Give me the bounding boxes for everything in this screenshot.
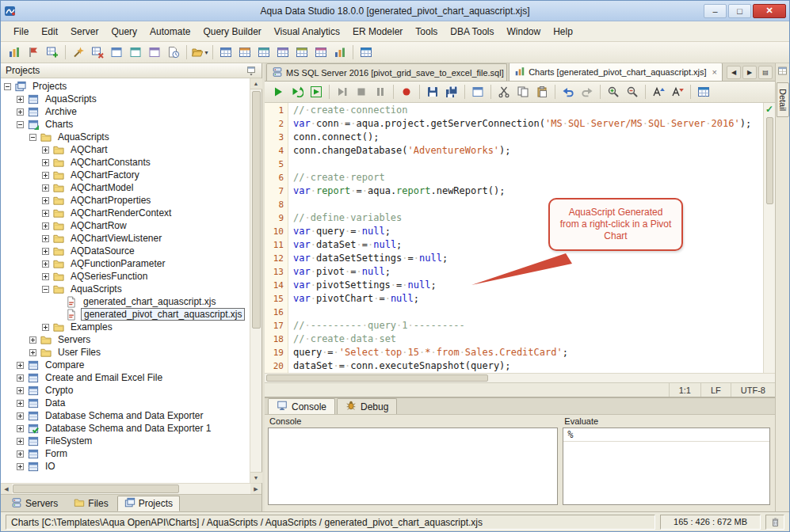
title-bar[interactable]: Aqua Data Studio 18.0.0 [generated_pivot… [1,1,789,21]
cut-icon[interactable] [494,83,513,101]
tree-item-user-files[interactable]: User Files [1,346,250,359]
menu-automate[interactable]: Automate [143,23,197,40]
pivot-grid-icon[interactable] [273,44,292,61]
chart-view-icon[interactable] [330,44,349,61]
tree-horizontal-scrollbar[interactable]: ◀ ▶ [1,483,261,494]
scroll-up-icon[interactable]: ▲ [250,78,262,89]
compare-files-icon[interactable] [694,83,713,101]
expand-toggle-icon[interactable] [42,184,49,192]
execute-script-icon[interactable] [288,83,307,101]
collapse-toggle-icon[interactable] [4,83,11,90]
tree-item-aqchartconstants[interactable]: AQChartConstants [1,156,250,169]
expand-toggle-icon[interactable] [17,108,24,116]
tree-item-aquascripts[interactable]: AquaScripts [1,131,250,143]
import-tool-icon[interactable] [126,44,145,61]
expand-toggle-icon[interactable] [42,172,49,179]
redo-icon[interactable] [578,83,597,101]
export-tool-icon[interactable] [145,44,164,61]
collapse-toggle-icon[interactable] [17,121,24,128]
expand-toggle-icon[interactable] [29,336,36,344]
tree-item-aqchartrow[interactable]: AQChartRow [1,219,250,232]
expand-toggle-icon[interactable] [42,324,49,331]
scroll-thumb[interactable] [252,91,261,329]
visual-analytics-icon[interactable] [357,44,376,61]
tree-item-aqfunctionparameter[interactable]: AQFunctionParameter [1,257,250,270]
tree-item-charts[interactable]: Charts [1,118,250,131]
query-window-icon[interactable] [107,44,126,61]
tree-item-examples[interactable]: Examples [1,321,250,333]
tree-item-aquascripts[interactable]: AquaScripts [1,283,250,295]
tree-item-aqchartrendercontext[interactable]: AQChartRenderContext [1,207,250,219]
collapse-toggle-icon[interactable] [42,286,49,293]
zoom-in-icon[interactable] [604,83,623,101]
float-panel-icon[interactable] [246,65,257,76]
close-window-icon[interactable] [88,44,107,61]
save-icon[interactable] [423,83,442,101]
expand-toggle-icon[interactable] [17,438,24,445]
expand-toggle-icon[interactable] [29,349,36,356]
tree-item-database-schema-and-data-exporter-1[interactable]: Database Schema and Data Exporter 1 [1,422,250,435]
close-button[interactable]: ✕ [753,4,786,18]
connect-server-icon[interactable] [24,44,43,61]
menu-er-modeler[interactable]: ER Modeler [346,23,409,40]
evaluate-prompt[interactable]: % [563,428,769,442]
expand-toggle-icon[interactable] [42,248,49,255]
menu-visual-analytics[interactable]: Visual Analytics [268,23,346,40]
menu-query[interactable]: Query [105,23,143,40]
expand-toggle-icon[interactable] [17,96,24,103]
text-results-icon[interactable] [292,44,311,61]
evaluate-input[interactable]: % [563,428,770,505]
font-increase-icon[interactable] [649,83,668,101]
expand-toggle-icon[interactable] [42,197,49,204]
expand-toggle-icon[interactable] [17,412,24,420]
tree-item-archive[interactable]: Archive [1,105,250,118]
tab-list-icon[interactable]: ▤ [758,66,773,79]
results-grid-orange-icon[interactable] [235,44,254,61]
collapse-toggle-icon[interactable] [29,134,36,141]
copy-icon[interactable] [513,83,532,101]
panel-tab-servers[interactable]: Servers [4,496,65,511]
expand-toggle-icon[interactable] [17,387,24,394]
project-tree[interactable]: ProjectsAquaScriptsArchiveChartsAquaScri… [1,78,250,483]
open-file-icon[interactable]: ▾ [190,44,209,61]
tab-console[interactable]: Console [268,398,335,414]
tree-item-servers[interactable]: Servers [1,333,250,346]
tab-debug[interactable]: Debug [337,398,397,414]
tree-item-io[interactable]: IO [1,460,250,473]
execute-edit-icon[interactable] [307,83,326,101]
scroll-track[interactable] [12,484,250,494]
expand-toggle-icon[interactable] [17,362,24,369]
tree-item-aqchartproperties[interactable]: AQChartProperties [1,194,250,207]
tree-item-data[interactable]: Data [1,397,250,409]
stop-icon[interactable] [352,83,371,101]
tree-item-create-and-email-excel-file[interactable]: Create and Email Excel File [1,371,250,384]
menu-window[interactable]: Window [501,23,548,40]
tree-item-aqchartmodel[interactable]: AQChartModel [1,181,250,194]
tree-item-crypto[interactable]: Crypto [1,384,250,397]
tree-item-generated-pivot-chart-aquascript-xjs[interactable]: generated_pivot_chart_aquascript.xjs [1,308,250,321]
step-icon[interactable] [333,83,352,101]
panel-tab-files[interactable]: Files [67,496,115,511]
line-ending[interactable]: LF [700,383,731,397]
menu-query-builder[interactable]: Query Builder [197,23,267,40]
tree-item-aqchartviewlistener[interactable]: AQChartViewListener [1,232,250,245]
scroll-down-icon[interactable]: ▼ [250,472,262,483]
tree-item-aquascripts[interactable]: AquaScripts [1,93,250,105]
expand-toggle-icon[interactable] [42,235,49,242]
tree-item-generated-chart-aquascript-xjs[interactable]: generated_chart_aquascript.xjs [1,295,250,308]
garbage-collect-button[interactable] [765,515,784,530]
scroll-left-icon[interactable]: ◀ [1,484,12,494]
expand-toggle-icon[interactable] [17,450,24,458]
tree-item-compare[interactable]: Compare [1,359,250,371]
pause-icon[interactable] [371,83,390,101]
next-tab-icon[interactable]: ▶ [742,66,757,79]
undo-icon[interactable] [559,83,578,101]
menu-help[interactable]: Help [547,23,579,40]
expand-toggle-icon[interactable] [42,273,49,280]
expand-toggle-icon[interactable] [17,374,24,382]
tree-item-aqchartfactory[interactable]: AQChartFactory [1,169,250,181]
new-window-icon[interactable] [468,83,487,101]
font-decrease-icon[interactable] [668,83,687,101]
menu-file[interactable]: File [7,23,35,40]
record-macro-icon[interactable] [397,83,416,101]
